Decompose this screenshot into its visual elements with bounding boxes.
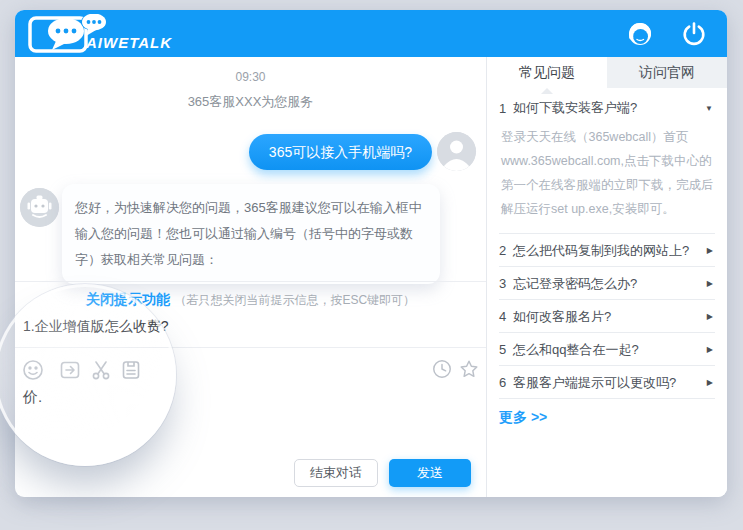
faq-item-expanded: 1 如何下载安装客户端? ▼ 登录天天在线（365webcall）首页www.3…	[499, 97, 715, 234]
divider	[15, 347, 486, 348]
service-greeting: 365客服XXX为您服务	[15, 93, 486, 111]
faq-number: 5	[499, 342, 513, 357]
faq-panel: 常见问题 访问官网 1 如何下载安装客户端? ▼ 登录天天在线（365webca…	[487, 57, 727, 497]
close-prompt-link[interactable]: 关闭提示功能	[86, 291, 170, 307]
expand-arrow-icon[interactable]: ▶	[707, 378, 715, 387]
customer-service-icon[interactable]	[625, 19, 655, 49]
faq-question-text: 如何下载安装客户端?	[513, 99, 705, 117]
faq-number: 6	[499, 375, 513, 390]
faq-question-text: 怎么和qq整合在一起?	[513, 341, 707, 359]
screenshot-scissors-icon[interactable]	[89, 358, 113, 382]
faq-number: 2	[499, 243, 513, 258]
send-file-icon[interactable]	[58, 358, 82, 382]
expand-arrow-icon[interactable]: ▶	[707, 279, 715, 288]
tab-visit-website[interactable]: 访问官网	[607, 57, 727, 88]
faq-item: 4 如何改客服名片? ▶	[499, 300, 715, 333]
end-chat-button[interactable]: 结束对话	[294, 459, 378, 487]
bot-avatar	[20, 188, 59, 227]
faq-question[interactable]: 6 客服客户端提示可以更改吗? ▶	[499, 366, 715, 399]
history-clock-icon[interactable]	[431, 358, 455, 382]
suggested-question[interactable]: 1.企业增值版怎么收费?	[23, 318, 168, 336]
faq-question[interactable]: 3 忘记登录密码怎么办? ▶	[499, 267, 715, 300]
faq-answer: 登录天天在线（365webcall）首页www.365webcall.com,点…	[501, 125, 715, 221]
faq-question-text: 客服客户端提示可以更改吗?	[513, 374, 707, 392]
faq-number: 1	[499, 101, 513, 116]
favorite-star-icon[interactable]	[458, 358, 482, 382]
divider	[15, 281, 486, 282]
emoji-icon[interactable]	[21, 358, 45, 382]
logo-wordmark: AIWETALK	[86, 34, 172, 51]
expand-arrow-icon[interactable]: ▶	[707, 312, 715, 321]
faq-item: 2 怎么把代码复制到我的网站上? ▶	[499, 234, 715, 267]
title-bar: AIWETALK	[15, 10, 727, 57]
send-button[interactable]: 发送	[389, 459, 471, 487]
faq-question[interactable]: 4 如何改客服名片? ▶	[499, 300, 715, 333]
faq-item: 6 客服客户端提示可以更改吗? ▶	[499, 366, 715, 399]
user-avatar	[437, 132, 476, 171]
user-message-bubble: 365可以接入手机端吗?	[249, 134, 432, 170]
expand-arrow-icon[interactable]: ▶	[707, 345, 715, 354]
tab-common-questions[interactable]: 常见问题	[487, 57, 607, 88]
esc-hint-text: （若只想关闭当前提示信息，按ESC键即可）	[174, 293, 415, 307]
power-icon[interactable]	[679, 19, 709, 49]
faq-list: 1 如何下载安装客户端? ▼ 登录天天在线（365webcall）首页www.3…	[499, 97, 715, 399]
collapse-arrow-icon[interactable]: ▼	[705, 104, 715, 113]
expand-arrow-icon[interactable]: ▶	[707, 246, 715, 255]
faq-question-text: 如何改客服名片?	[513, 308, 707, 326]
faq-question[interactable]: 5 怎么和qq整合在一起? ▶	[499, 333, 715, 366]
faq-number: 3	[499, 276, 513, 291]
prompt-notice: 关闭提示功能 （若只想关闭当前提示信息，按ESC键即可）	[15, 290, 486, 309]
faq-question[interactable]: 2 怎么把代码复制到我的网站上? ▶	[499, 234, 715, 267]
faq-item: 3 忘记登录密码怎么办? ▶	[499, 267, 715, 300]
faq-item: 5 怎么和qq整合在一起? ▶	[499, 333, 715, 366]
faq-tabs: 常见问题 访问官网	[487, 57, 727, 88]
chat-area: 09:30 365客服XXX为您服务 365可以接入手机端吗? 您好，为快速解	[15, 57, 486, 497]
faq-number: 4	[499, 309, 513, 324]
chat-window: AIWETALK 09:30 365客服XXX为您服	[15, 10, 727, 497]
bot-message-bubble: 您好，为快速解决您的问题，365客服建议您可以在输入框中输入您的问题！您也可以通…	[62, 184, 440, 284]
faq-question-text: 忘记登录密码怎么办?	[513, 275, 707, 293]
faq-question-text: 怎么把代码复制到我的网站上?	[513, 242, 707, 260]
message-timestamp: 09:30	[15, 70, 486, 84]
message-input[interactable]: 价.	[23, 388, 42, 407]
chat-log-icon[interactable]	[119, 358, 143, 382]
more-link[interactable]: 更多 >>	[499, 409, 547, 427]
active-tab-notch	[541, 88, 553, 94]
app-logo: AIWETALK	[28, 12, 188, 56]
faq-question[interactable]: 1 如何下载安装客户端? ▼	[499, 97, 715, 119]
